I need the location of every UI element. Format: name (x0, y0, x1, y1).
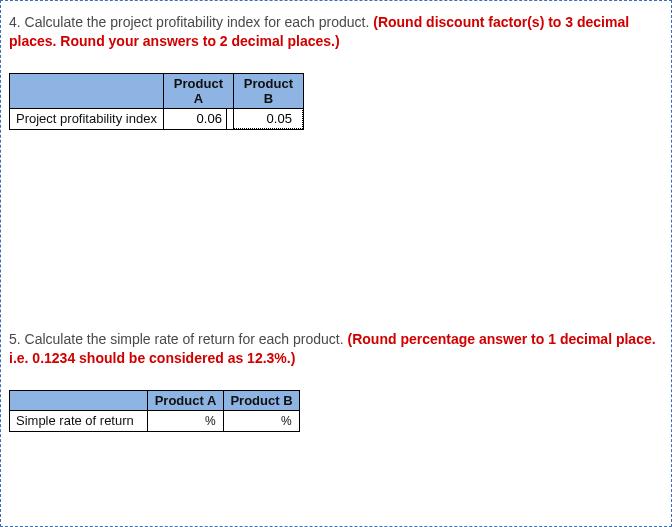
question-5-block: 5. Calculate the simple rate of return f… (9, 330, 663, 432)
q5-col-a-header: Product A (148, 390, 224, 410)
q4-col-b-header: Product B (233, 73, 303, 108)
q4-product-b-cell[interactable] (233, 108, 303, 129)
q5-product-a-input[interactable] (148, 411, 204, 431)
page-container: 4. Calculate the project profitability i… (0, 0, 672, 527)
q4-row-label: Project profitability index (10, 108, 164, 129)
q4-table: Product A Product B Project profitabilit… (9, 73, 304, 130)
q5-product-a-cell[interactable]: % (148, 410, 224, 431)
q5-product-b-input[interactable] (224, 411, 280, 431)
q5-row-label: Simple rate of return (10, 410, 148, 431)
q5-col-b-header: Product B (224, 390, 300, 410)
q4-col-a-header: Product A (163, 73, 233, 108)
q4-product-a-cell[interactable] (163, 108, 233, 129)
q5-table: Product A Product B Simple rate of retur… (9, 390, 300, 432)
q4-number: 4. (9, 14, 21, 30)
q4-prompt: Calculate the project profitability inde… (25, 14, 370, 30)
percent-sign-b: % (280, 414, 292, 428)
spacer (9, 156, 663, 326)
percent-sign-a: % (204, 414, 216, 428)
question-5-text: 5. Calculate the simple rate of return f… (9, 330, 663, 368)
q5-prompt: Calculate the simple rate of return for … (25, 331, 344, 347)
q5-corner-header (10, 390, 148, 410)
q4-product-b-input[interactable] (234, 109, 296, 129)
question-4-text: 4. Calculate the project profitability i… (9, 13, 663, 51)
q5-number: 5. (9, 331, 21, 347)
q5-product-b-cell[interactable]: % (224, 410, 300, 431)
question-4-block: 4. Calculate the project profitability i… (9, 13, 663, 130)
q4-corner-header (10, 73, 164, 108)
q4-product-a-input[interactable] (164, 109, 227, 129)
